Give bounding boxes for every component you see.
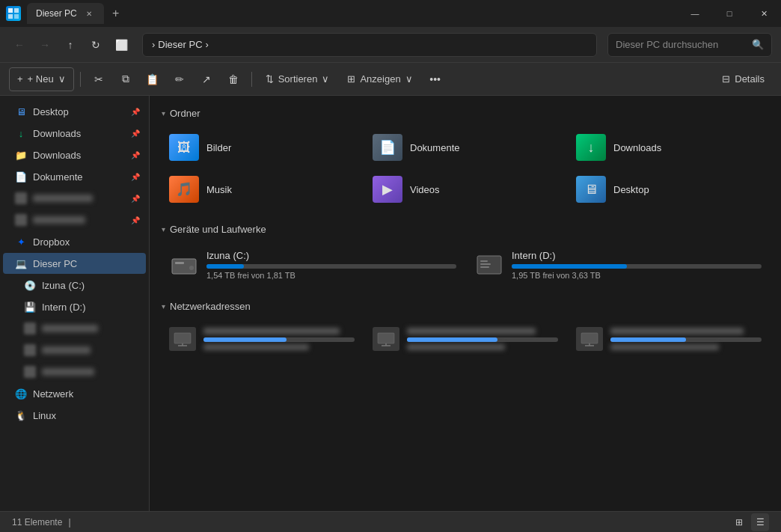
sidebar-item-blurred-2[interactable]: 📌 xyxy=(3,210,146,230)
tab-close-button[interactable]: ✕ xyxy=(83,7,95,19)
more-options-button[interactable]: ••• xyxy=(423,67,447,91)
list-view-button[interactable]: ☰ xyxy=(751,513,769,531)
rename-button[interactable]: ✏ xyxy=(168,67,192,91)
sidebar-item-blurred-4[interactable] xyxy=(3,340,146,361)
drive-c-space: 1,54 TB frei von 1,81 TB xyxy=(206,271,456,280)
close-button[interactable]: ✕ xyxy=(747,0,781,27)
up-button[interactable]: ↑ xyxy=(60,34,81,55)
network-bar-fill-2 xyxy=(407,337,497,342)
network-name-2 xyxy=(407,328,536,334)
view-mode-label: Anzeigen xyxy=(360,73,400,85)
view-button[interactable]: ⬜ xyxy=(111,34,132,55)
network-grid xyxy=(162,321,769,357)
address-bar: ← → ↑ ↻ ⬜ › Dieser PC › Dieser PC durchs… xyxy=(0,27,781,63)
folder-item-videos[interactable]: ▶ Videos xyxy=(365,170,566,209)
folder-item-musik[interactable]: 🎵 Musik xyxy=(162,170,362,209)
sidebar-item-izuna[interactable]: 💿 Izuna (C:) xyxy=(3,275,146,296)
refresh-button[interactable]: ↻ xyxy=(85,34,106,55)
folder-item-downloads[interactable]: ↓ Downloads xyxy=(569,128,769,167)
breadcrumb-location[interactable]: Dieser PC xyxy=(158,39,202,50)
netzwerk-section-label: Netzwerkadressen xyxy=(170,301,251,312)
downloads-green-icon: ↓ xyxy=(15,127,27,139)
drive-d-space: 1,95 TB frei von 3,63 TB xyxy=(512,271,762,280)
sort-button[interactable]: ⇅ Sortieren ∨ xyxy=(258,67,337,91)
view-mode-button[interactable]: ⊞ Anzeigen ∨ xyxy=(340,67,420,91)
content-area: ▾ Ordner 🖼 Bilder 📄 Dokumente ↓ xyxy=(150,96,781,511)
app-icon xyxy=(6,6,21,21)
folder-item-dokumente[interactable]: 📄 Dokumente xyxy=(365,128,566,167)
dokumente-folder-icon: 📄 xyxy=(373,134,402,161)
minimize-button[interactable]: — xyxy=(678,0,712,27)
sidebar-item-downloads-yellow[interactable]: 📁 Downloads 📌 xyxy=(3,144,146,165)
details-button[interactable]: ⊟ Details xyxy=(714,67,772,91)
sidebar-item-blurred-3[interactable] xyxy=(3,318,146,339)
window-controls: — □ ✕ xyxy=(678,0,781,27)
copy-button[interactable]: ⧉ xyxy=(114,67,138,91)
forward-button[interactable]: → xyxy=(34,34,55,55)
sidebar-label-blurred-4 xyxy=(42,346,91,354)
sidebar-item-downloads-green[interactable]: ↓ Downloads 📌 xyxy=(3,123,146,144)
toolbar-separator-1 xyxy=(80,72,81,87)
new-tab-button[interactable]: + xyxy=(107,4,125,22)
delete-button[interactable]: 🗑 xyxy=(221,67,245,91)
netzwerk-section-header[interactable]: ▾ Netzwerkadressen xyxy=(162,301,769,312)
maximize-button[interactable]: □ xyxy=(712,0,747,27)
back-button[interactable]: ← xyxy=(9,34,30,55)
folder-item-desktop[interactable]: 🖥 Desktop xyxy=(569,170,769,209)
current-tab[interactable]: Dieser PC ✕ xyxy=(27,3,104,24)
details-icon: ⊟ xyxy=(722,73,730,85)
folder-grid: 🖼 Bilder 📄 Dokumente ↓ Downloads xyxy=(162,128,769,209)
drives-grid: Izuna (C:) 1,54 TB frei von 1,81 TB xyxy=(162,244,769,286)
sidebar-item-netzwerk[interactable]: 🌐 Netzwerk xyxy=(3,383,146,404)
sidebar-item-intern[interactable]: 💾 Intern (D:) xyxy=(3,296,146,317)
network-item-3[interactable] xyxy=(569,321,769,357)
share-button[interactable]: ↗ xyxy=(195,67,218,91)
folder-item-bilder[interactable]: 🖼 Bilder xyxy=(162,128,362,167)
drive-d-name: Intern (D:) xyxy=(512,250,762,261)
folder-label-videos: Videos xyxy=(410,184,440,195)
sidebar-item-desktop[interactable]: 🖥 Desktop 📌 xyxy=(3,101,146,122)
cut-button[interactable]: ✂ xyxy=(87,67,111,91)
sort-label: Sortieren xyxy=(278,73,318,85)
downloads-yellow-icon: 📁 xyxy=(15,149,27,161)
sidebar-item-dropbox[interactable]: ✦ Dropbox xyxy=(3,231,146,252)
breadcrumb[interactable]: › Dieser PC › xyxy=(142,33,597,57)
svg-rect-13 xyxy=(174,333,191,343)
drive-item-d[interactable]: Intern (D:) 1,95 TB frei von 3,63 TB xyxy=(467,244,769,286)
sidebar-item-linux[interactable]: 🐧 Linux xyxy=(3,405,146,426)
drive-item-c[interactable]: Izuna (C:) 1,54 TB frei von 1,81 TB xyxy=(162,244,464,286)
sidebar-item-dieser-pc[interactable]: 💻 Dieser PC xyxy=(3,253,146,274)
sidebar-label-intern: Intern (D:) xyxy=(42,302,86,313)
new-button[interactable]: + + Neu ∨ xyxy=(9,67,74,91)
ordner-chevron-icon: ▾ xyxy=(162,109,165,117)
drive-d-bar-bg xyxy=(512,264,762,269)
network-info-3 xyxy=(610,328,762,350)
geraete-section-label: Geräte und Laufwerke xyxy=(170,224,266,235)
paste-button[interactable]: 📋 xyxy=(141,67,165,91)
network-item-2[interactable] xyxy=(365,321,566,357)
sidebar-label-blurred-1 xyxy=(33,195,93,202)
view-mode-chevron-icon: ∨ xyxy=(405,73,413,85)
search-box[interactable]: Dieser PC durchsuchen 🔍 xyxy=(607,33,772,57)
svg-rect-16 xyxy=(378,333,394,343)
pin-icon-2: 📌 xyxy=(131,129,140,138)
geraete-chevron-icon: ▾ xyxy=(162,225,165,233)
new-chevron-icon: ∨ xyxy=(58,73,66,85)
videos-folder-icon: ▶ xyxy=(373,176,402,203)
network-item-1[interactable] xyxy=(162,321,362,357)
folder-label-downloads: Downloads xyxy=(613,142,661,153)
geraete-section-header[interactable]: ▾ Geräte und Laufwerke xyxy=(162,224,769,235)
sidebar-label-blurred-5 xyxy=(42,368,94,376)
sidebar-item-dokumente[interactable]: 📄 Dokumente 📌 xyxy=(3,166,146,187)
downloads-folder-icon: ↓ xyxy=(576,134,606,161)
sidebar-item-blurred-1[interactable]: 📌 xyxy=(3,188,146,209)
ordner-section-header[interactable]: ▾ Ordner xyxy=(162,108,769,119)
sidebar-item-blurred-5[interactable] xyxy=(3,361,146,382)
grid-view-button[interactable]: ⊞ xyxy=(730,513,748,531)
svg-rect-11 xyxy=(480,263,491,265)
network-name-1 xyxy=(203,328,340,334)
toolbar-separator-2 xyxy=(251,72,252,87)
blurred-icon-1 xyxy=(15,192,27,204)
blurred-icon-2 xyxy=(15,214,27,226)
sidebar-label-downloads-yellow: Downloads xyxy=(33,150,81,161)
